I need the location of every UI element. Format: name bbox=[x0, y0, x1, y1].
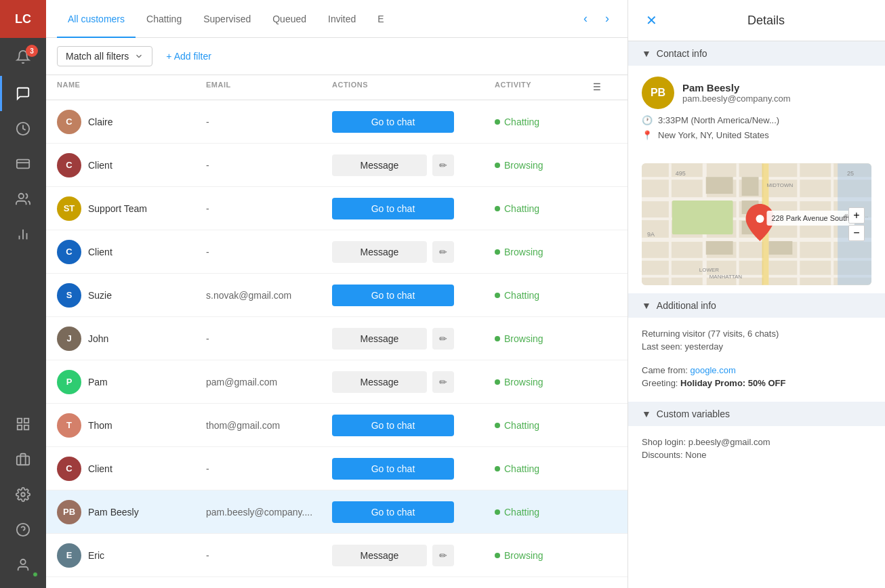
message-button[interactable]: Message bbox=[332, 371, 427, 393]
tabs-bar: All customers Chatting Supervised Queued… bbox=[46, 0, 627, 38]
filter-dropdown[interactable]: Match all filters bbox=[57, 46, 152, 66]
go-to-chat-button[interactable]: Go to chat bbox=[332, 501, 454, 523]
notifications-button[interactable]: 3 bbox=[0, 38, 46, 76]
activity-cell: Chatting bbox=[495, 463, 590, 474]
sidebar-item-tickets[interactable] bbox=[0, 146, 46, 182]
sidebar-item-apps[interactable] bbox=[0, 406, 46, 442]
table-row[interactable]: C Client - Message ✏ Browsing bbox=[46, 230, 627, 274]
tab-prev-button[interactable]: ‹ bbox=[576, 9, 595, 28]
table-row[interactable]: PB Pam Beesly pam.beesly@company.... Go … bbox=[46, 490, 627, 534]
sidebar: LC 3 bbox=[0, 0, 46, 588]
custom-variables-section-header[interactable]: ▼ Custom variables bbox=[628, 402, 885, 426]
avatar: E bbox=[57, 543, 81, 568]
tab-next-button[interactable]: › bbox=[598, 9, 617, 28]
svg-rect-29 bbox=[669, 163, 672, 285]
customer-name: Suzie bbox=[88, 290, 112, 301]
edit-button[interactable]: ✏ bbox=[432, 241, 454, 263]
panel-close-button[interactable]: ✕ bbox=[642, 11, 661, 30]
svg-text:9A: 9A bbox=[647, 231, 655, 238]
go-to-chat-button[interactable]: Go to chat bbox=[332, 415, 454, 436]
message-button[interactable]: Message bbox=[332, 241, 427, 263]
customer-name-cell: C Client bbox=[57, 457, 206, 481]
svg-point-45 bbox=[756, 215, 764, 223]
custom-variables-content: Shop login: p.beesly@gmail.com Discounts… bbox=[628, 426, 885, 474]
shop-login-info: Shop login: p.beesly@gmail.com bbox=[642, 437, 871, 447]
last-seen-info: Last seen: yesterday bbox=[642, 341, 871, 352]
table-row[interactable]: ST Support Team - Go to chat Chatting bbox=[46, 187, 627, 230]
table-row[interactable]: S Suzie s.novak@gmail.com Go to chat Cha… bbox=[46, 274, 627, 317]
message-button[interactable]: Message bbox=[332, 328, 427, 350]
status-dot bbox=[495, 119, 500, 125]
additional-info-section-header[interactable]: ▼ Additional info bbox=[628, 293, 885, 318]
table-row[interactable]: E Eric - Message ✏ Browsing bbox=[46, 534, 627, 577]
svg-rect-9 bbox=[24, 425, 28, 429]
right-panel: ✕ Details ▼ Contact info PB Pam Beesly p… bbox=[627, 0, 885, 588]
edit-button[interactable]: ✏ bbox=[432, 328, 454, 350]
sidebar-item-reports[interactable] bbox=[0, 217, 46, 252]
map-zoom-out-button[interactable]: − bbox=[848, 225, 865, 241]
svg-text:MANHATTAN: MANHATTAN bbox=[709, 274, 743, 280]
chevron-down-icon-custom: ▼ bbox=[642, 408, 651, 419]
customer-name: Support Team bbox=[88, 203, 147, 214]
customer-name: John bbox=[88, 333, 108, 344]
go-to-chat-button[interactable]: Go to chat bbox=[332, 111, 454, 133]
actions-cell: Go to chat bbox=[332, 501, 495, 523]
tab-invited[interactable]: Invited bbox=[317, 0, 367, 38]
sidebar-item-team[interactable] bbox=[0, 182, 46, 217]
avatar: PB bbox=[57, 500, 81, 524]
customer-name: Claire bbox=[88, 117, 113, 127]
custom-variables-label: Custom variables bbox=[657, 408, 730, 419]
sidebar-item-user-status[interactable] bbox=[0, 547, 46, 583]
tab-supervised[interactable]: Supervised bbox=[192, 0, 262, 38]
actions-cell: Go to chat bbox=[332, 285, 495, 306]
sidebar-item-chats[interactable] bbox=[0, 76, 46, 111]
tab-all-customers[interactable]: All customers bbox=[57, 0, 136, 38]
status-dot bbox=[495, 336, 500, 341]
go-to-chat-button[interactable]: Go to chat bbox=[332, 458, 454, 480]
activity-text: Chatting bbox=[504, 420, 539, 431]
table-row[interactable]: C Claire - Go to chat Chatting bbox=[46, 100, 627, 144]
tab-queued[interactable]: Queued bbox=[262, 0, 317, 38]
status-dot bbox=[495, 553, 500, 558]
contact-info-section-header[interactable]: ▼ Contact info bbox=[628, 41, 885, 66]
status-dot bbox=[495, 206, 500, 211]
edit-button[interactable]: ✏ bbox=[432, 154, 454, 176]
table-row[interactable]: C Client - Message ✏ Browsing bbox=[46, 144, 627, 187]
go-to-chat-button[interactable]: Go to chat bbox=[332, 198, 454, 219]
message-button[interactable]: Message bbox=[332, 154, 427, 176]
avatar: T bbox=[57, 413, 81, 438]
table-row[interactable]: C Client - Go to chat Chatting bbox=[46, 447, 627, 490]
table-row[interactable]: T Thom thom@gmail.com Go to chat Chattin… bbox=[46, 404, 627, 447]
svg-point-3 bbox=[19, 194, 24, 198]
email-cell: - bbox=[206, 550, 332, 561]
message-button[interactable]: Message bbox=[332, 545, 427, 566]
go-to-chat-button[interactable]: Go to chat bbox=[332, 285, 454, 306]
sidebar-item-help[interactable] bbox=[0, 512, 46, 547]
came-from-link[interactable]: google.com bbox=[691, 365, 736, 375]
sidebar-item-campaigns[interactable] bbox=[0, 442, 46, 477]
sidebar-item-settings[interactable] bbox=[0, 477, 46, 512]
email-cell: s.novak@gmail.com bbox=[206, 290, 332, 301]
map-svg: 228 Park Avenue South 9A 25 495 LOWER MA… bbox=[642, 163, 871, 285]
sidebar-item-history[interactable] bbox=[0, 111, 46, 146]
activity-text: Browsing bbox=[504, 550, 543, 561]
logo[interactable]: LC bbox=[0, 0, 46, 38]
header-extra[interactable] bbox=[590, 81, 617, 94]
tab-e[interactable]: E bbox=[367, 0, 394, 38]
table-row[interactable]: J John - Message ✏ Browsing bbox=[46, 317, 627, 360]
add-filter-button[interactable]: + Add filter bbox=[161, 47, 217, 66]
filter-dropdown-label: Match all filters bbox=[66, 51, 129, 62]
contact-time: 3:33PM (North America/New...) bbox=[658, 115, 779, 125]
svg-rect-42 bbox=[768, 241, 792, 255]
avatar: J bbox=[57, 327, 81, 351]
avatar: S bbox=[57, 283, 81, 308]
email-cell: - bbox=[206, 247, 332, 257]
email-cell: thom@gmail.com bbox=[206, 420, 332, 431]
status-dot bbox=[495, 163, 500, 168]
tab-chatting[interactable]: Chatting bbox=[136, 0, 192, 38]
edit-button[interactable]: ✏ bbox=[432, 371, 454, 393]
map-zoom-in-button[interactable]: + bbox=[848, 207, 865, 224]
edit-button[interactable]: ✏ bbox=[432, 545, 454, 566]
table-row[interactable]: P Pam pam@gmail.com Message ✏ Browsing bbox=[46, 360, 627, 404]
svg-rect-8 bbox=[24, 419, 28, 423]
